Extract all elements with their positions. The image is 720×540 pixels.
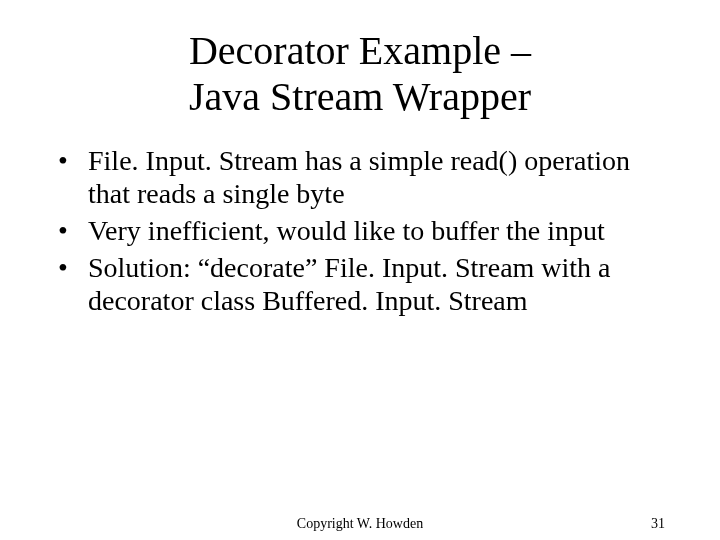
title-line-1: Decorator Example – [0, 28, 720, 74]
page-number: 31 [651, 516, 665, 532]
slide-title: Decorator Example – Java Stream Wrapper [0, 0, 720, 120]
bullet-text: Solution: “decorate” File. Input. Stream… [88, 252, 611, 316]
copyright-text: Copyright W. Howden [0, 516, 720, 532]
title-line-2: Java Stream Wrapper [0, 74, 720, 120]
slide-body: File. Input. Stream has a simple read() … [0, 120, 720, 317]
bullet-text: Very inefficient, would like to buffer t… [88, 215, 605, 246]
slide: Decorator Example – Java Stream Wrapper … [0, 0, 720, 540]
list-item: Very inefficient, would like to buffer t… [50, 214, 670, 247]
bullet-text: File. Input. Stream has a simple read() … [88, 145, 630, 209]
list-item: Solution: “decorate” File. Input. Stream… [50, 251, 670, 317]
list-item: File. Input. Stream has a simple read() … [50, 144, 670, 210]
bullet-list: File. Input. Stream has a simple read() … [50, 144, 670, 317]
